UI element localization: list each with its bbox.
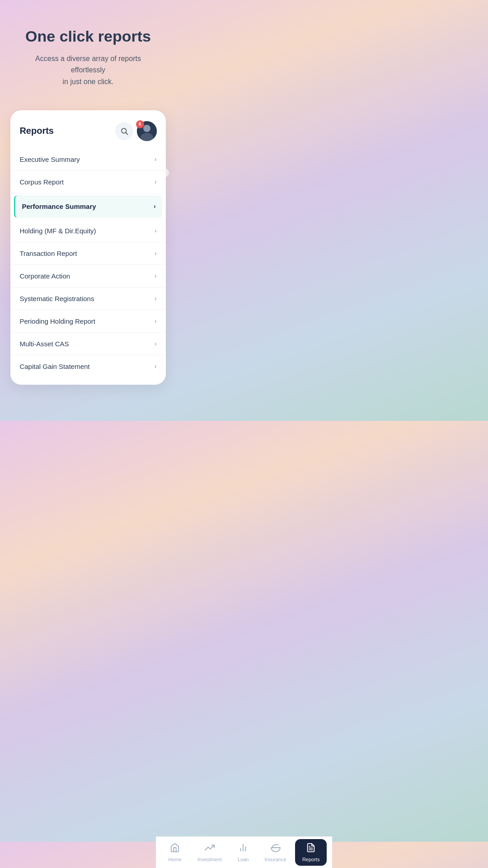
menu-item-systematic-registrations[interactable]: Systematic Registrations › [10, 288, 165, 310]
card-header: Reports 6 [10, 121, 165, 148]
menu-item-corporate-action[interactable]: Corporate Action › [10, 265, 165, 288]
menu-label-multi-asset-cas: Multi-Asset CAS [19, 340, 69, 348]
menu-label-capital-gain-statement: Capital Gain Statement [19, 363, 89, 370]
menu-item-holding-mf-equity[interactable]: Holding (MF & Dir.Equity) › [10, 220, 165, 242]
avatar-wrap: 6 [137, 121, 157, 141]
chevron-icon-corporate-action: › [155, 272, 157, 279]
chevron-icon-executive-summary: › [155, 156, 157, 163]
hero-title: One click reports [18, 27, 158, 46]
menu-label-holding-mf-equity: Holding (MF & Dir.Equity) [19, 227, 96, 235]
menu-label-transaction-report: Transaction Report [19, 250, 77, 257]
menu-label-systematic-registrations: Systematic Registrations [19, 295, 94, 302]
menu-list: Executive Summary › Corpus Report › Perf… [10, 148, 165, 377]
menu-item-performance-summary[interactable]: Performance Summary › [14, 195, 162, 218]
chevron-icon-perioding-holding-report: › [155, 317, 157, 325]
svg-point-0 [122, 128, 127, 133]
chevron-icon-holding-mf-equity: › [155, 227, 157, 234]
menu-item-perioding-holding-report[interactable]: Perioding Holding Report › [10, 310, 165, 333]
menu-item-transaction-report[interactable]: Transaction Report › [10, 242, 165, 265]
svg-line-1 [126, 132, 127, 134]
menu-label-corporate-action: Corporate Action [19, 272, 70, 280]
card-title: Reports [19, 126, 54, 136]
chevron-icon-corpus-report: › [155, 178, 157, 185]
hero-subtitle: Access a diverse array of reports effort… [18, 53, 158, 88]
chevron-icon-multi-asset-cas: › [155, 340, 157, 347]
notification-badge: 6 [136, 120, 144, 128]
menu-item-multi-asset-cas[interactable]: Multi-Asset CAS › [10, 333, 165, 355]
menu-label-corpus-report: Corpus Report [19, 178, 64, 186]
chevron-icon-systematic-registrations: › [155, 295, 157, 302]
menu-item-corpus-report[interactable]: Corpus Report › [10, 171, 165, 193]
menu-label-executive-summary: Executive Summary [19, 156, 80, 163]
menu-label-performance-summary: Performance Summary [22, 203, 96, 210]
menu-item-capital-gain-statement[interactable]: Capital Gain Statement › [10, 355, 165, 377]
search-button[interactable] [115, 122, 133, 140]
reports-card: Reports 6 Executive [10, 110, 165, 385]
hero-section: One click reports Access a diverse array… [0, 0, 176, 101]
chevron-icon-capital-gain-statement: › [155, 363, 157, 370]
search-icon [120, 127, 128, 135]
header-icons: 6 [115, 121, 157, 141]
chevron-icon-performance-summary: › [154, 203, 156, 210]
menu-label-perioding-holding-report: Perioding Holding Report [19, 317, 95, 325]
menu-item-executive-summary[interactable]: Executive Summary › [10, 148, 165, 171]
chevron-icon-transaction-report: › [155, 250, 157, 257]
svg-point-3 [143, 125, 150, 132]
